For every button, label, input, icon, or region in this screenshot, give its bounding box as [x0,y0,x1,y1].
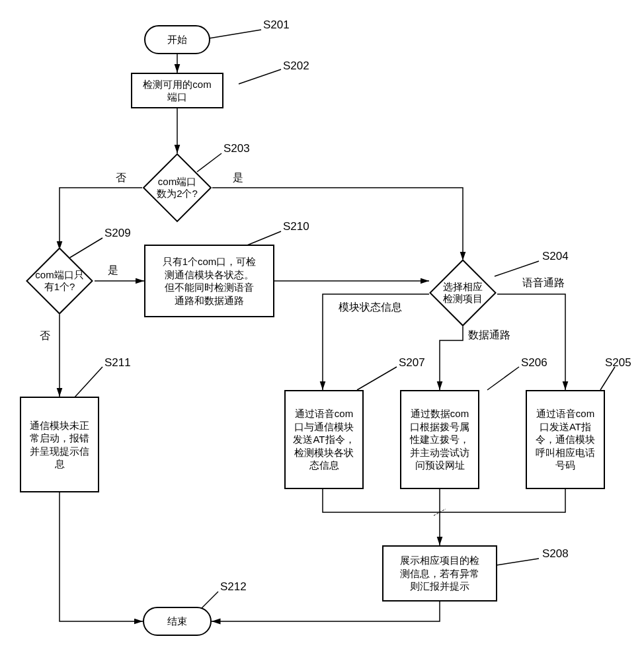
node-only1-label: 只有1个com口，可检 测通信模块各状态。 但不能同时检测语音 通路和数据通路 [163,255,257,307]
step-s209: S209 [104,227,131,240]
node-only1: 只有1个com口，可检 测通信模块各状态。 但不能同时检测语音 通路和数据通路 [144,245,274,317]
flowchart-canvas: 开始 检测可用的com 端口 com端口 数为2个? com端口只 有1个? 只… [0,0,644,661]
node-end-label: 结束 [167,615,187,628]
node-voice: 通过语音com 口发送AT指 令，通信模块 呼叫相应电话 号码 [526,390,605,489]
node-q1-label: com端口只 有1个? [35,269,83,293]
step-s204: S204 [542,250,569,263]
step-s207: S207 [399,356,425,369]
step-s203: S203 [223,142,250,155]
node-detect-label: 检测可用的com 端口 [143,78,211,104]
node-fail: 通信模块未正 常启动，报错 并呈现提示信 息 [20,397,99,492]
step-s210: S210 [283,220,309,233]
node-select-label: 选择相应 检测项目 [443,281,483,305]
node-detect: 检测可用的com 端口 [131,73,223,108]
flow-arrows [0,0,644,661]
step-s206: S206 [521,356,547,369]
node-show-label: 展示相应项目的检 测信息，若有异常 则汇报并提示 [400,554,479,593]
edge-q2-yes: 是 [233,171,243,185]
node-voice-label: 通过语音com 口发送AT指 令，通信模块 呼叫相应电话 号码 [536,407,595,472]
edge-sel-voice: 语音通路 [522,276,565,290]
node-show: 展示相应项目的检 测信息，若有异常 则汇报并提示 [382,545,497,602]
edge-q1-no: 否 [40,329,50,343]
node-start: 开始 [144,25,210,54]
step-s205: S205 [605,356,631,369]
node-data: 通过数据com 口根据拨号属 性建立拨号， 并主动尝试访 问预设网址 [400,390,479,489]
step-s208: S208 [542,547,569,561]
edge-sel-status: 模块状态信息 [339,301,402,315]
node-start-label: 开始 [167,34,187,46]
node-end: 结束 [143,607,212,636]
step-s211: S211 [104,356,131,369]
node-status: 通过语音com 口与通信模块 发送AT指令， 检测模块各状 态信息 [284,390,364,489]
step-s201: S201 [263,19,290,32]
edge-sel-data: 数据通路 [468,329,510,342]
step-s202: S202 [283,59,309,73]
edge-q2-no: 否 [116,171,126,185]
node-data-label: 通过数据com 口根据拨号属 性建立拨号， 并主动尝试访 问预设网址 [410,407,469,472]
node-fail-label: 通信模块未正 常启动，报错 并呈现提示信 息 [30,419,89,471]
edge-q1-yes: 是 [108,264,118,278]
node-status-label: 通过语音com 口与通信模块 发送AT指令， 检测模块各状 态信息 [293,407,354,472]
step-s212: S212 [220,580,247,594]
node-q2-label: com端口 数为2个? [157,176,198,200]
